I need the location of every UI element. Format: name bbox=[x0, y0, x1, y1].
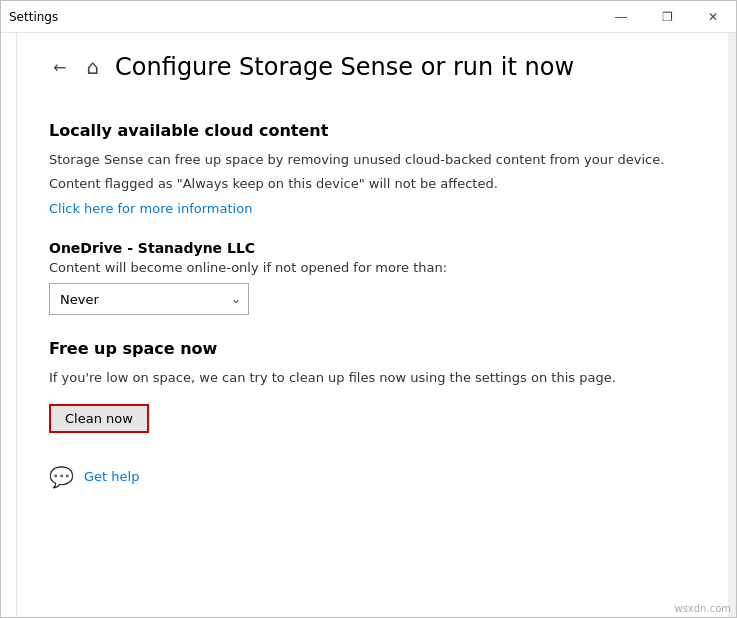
sidebar bbox=[1, 33, 17, 617]
onedrive-title: OneDrive - Stanadyne LLC bbox=[49, 240, 696, 256]
onedrive-description: Content will become online-only if not o… bbox=[49, 260, 696, 275]
clean-now-button[interactable]: Clean now bbox=[49, 404, 149, 433]
watermark: wsxdn.com bbox=[674, 603, 731, 614]
footer: 💬 Get help bbox=[49, 465, 696, 509]
title-bar-left: Settings bbox=[9, 10, 58, 24]
home-icon: ⌂ bbox=[86, 55, 99, 79]
title-bar-controls: — ❐ ✕ bbox=[598, 1, 736, 32]
settings-window: Settings — ❐ ✕ ← ⌂ Configure Storage Sen… bbox=[0, 0, 737, 618]
cloud-content-section: Locally available cloud content Storage … bbox=[49, 121, 696, 216]
main-content: ← ⌂ Configure Storage Sense or run it no… bbox=[17, 33, 728, 617]
more-info-link[interactable]: Click here for more information bbox=[49, 201, 252, 216]
content-area: ← ⌂ Configure Storage Sense or run it no… bbox=[1, 33, 736, 617]
window-title: Settings bbox=[9, 10, 58, 24]
cloud-text-line1: Storage Sense can free up space by remov… bbox=[49, 150, 696, 170]
free-space-section: Free up space now If you're low on space… bbox=[49, 339, 696, 433]
get-help-link[interactable]: Get help bbox=[84, 469, 139, 484]
onedrive-section: OneDrive - Stanadyne LLC Content will be… bbox=[49, 240, 696, 315]
restore-button[interactable]: ❐ bbox=[644, 1, 690, 33]
help-icon: 💬 bbox=[49, 465, 74, 489]
minimize-button[interactable]: — bbox=[598, 1, 644, 33]
onedrive-dropdown-wrapper: Never 1 day 14 days 30 days 60 days ⌄ bbox=[49, 283, 249, 315]
page-header: ← ⌂ Configure Storage Sense or run it no… bbox=[49, 33, 696, 97]
onedrive-dropdown[interactable]: Never 1 day 14 days 30 days 60 days bbox=[49, 283, 249, 315]
cloud-text-line2: Content flagged as "Always keep on this … bbox=[49, 174, 696, 194]
free-space-description: If you're low on space, we can try to cl… bbox=[49, 368, 696, 388]
back-button[interactable]: ← bbox=[49, 54, 70, 81]
close-button[interactable]: ✕ bbox=[690, 1, 736, 33]
scrollbar[interactable] bbox=[728, 33, 736, 617]
free-space-title: Free up space now bbox=[49, 339, 696, 358]
cloud-section-title: Locally available cloud content bbox=[49, 121, 696, 140]
page-title: Configure Storage Sense or run it now bbox=[115, 53, 574, 81]
title-bar: Settings — ❐ ✕ bbox=[1, 1, 736, 33]
